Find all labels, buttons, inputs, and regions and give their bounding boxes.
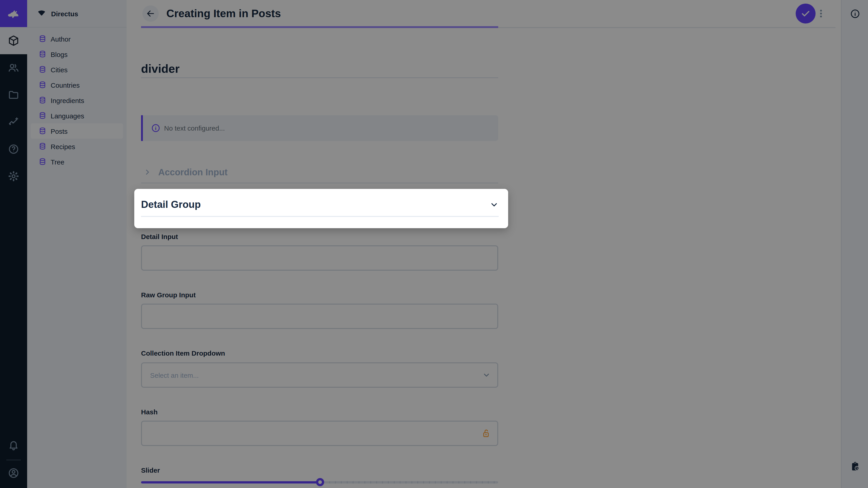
- dim-overlay: [0, 0, 868, 488]
- detail-group-title: Detail Group: [141, 198, 201, 210]
- chevron-down-icon: [489, 200, 499, 210]
- directus-app-window: Directus AuthorBlogsCitiesCountriesIngre…: [0, 0, 868, 488]
- detail-group-rule: [141, 216, 499, 217]
- detail-group-header[interactable]: Detail Group: [134, 189, 508, 228]
